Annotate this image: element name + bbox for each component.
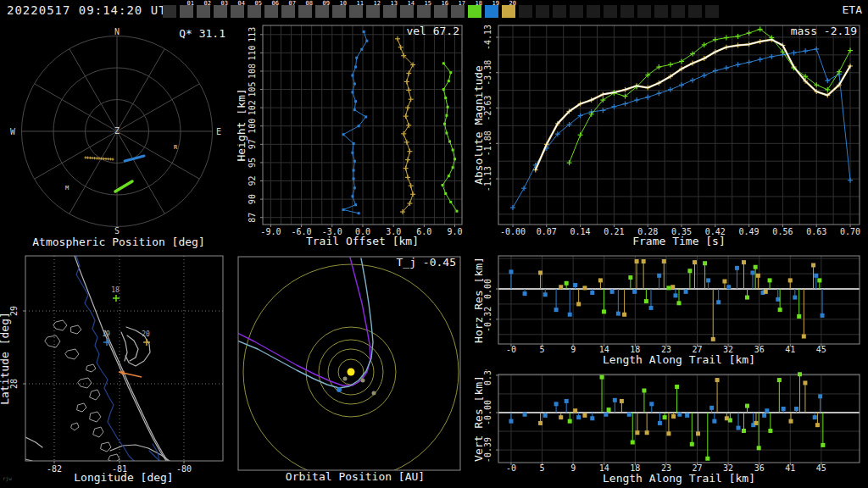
square-marker bbox=[671, 414, 676, 419]
frame-number: 18 bbox=[476, 0, 482, 7]
frame-thumbnail bbox=[502, 5, 515, 18]
square-marker bbox=[342, 208, 345, 211]
frame-cell-06[interactable]: 06 bbox=[264, 0, 281, 20]
series-blue bbox=[343, 31, 367, 213]
frame-thumbnail bbox=[587, 5, 600, 18]
frame-cell[interactable] bbox=[603, 0, 620, 20]
frame-cell-11[interactable]: 11 bbox=[348, 0, 365, 20]
x-tick-label: 0.14 bbox=[570, 227, 591, 236]
lake-outline bbox=[65, 349, 79, 359]
frame-cell-20[interactable]: 20 bbox=[501, 0, 518, 20]
frame-cell[interactable] bbox=[162, 0, 179, 20]
square-marker bbox=[756, 274, 760, 278]
square-marker bbox=[351, 152, 353, 154]
frame-thumbnail bbox=[570, 5, 583, 18]
planet-dot bbox=[343, 377, 348, 381]
frame-cell-14[interactable]: 14 bbox=[399, 0, 416, 20]
frame-cell-18[interactable]: 18 bbox=[467, 0, 484, 20]
x-tick-label: 45 bbox=[816, 345, 826, 354]
frame-cell-07[interactable]: 07 bbox=[281, 0, 298, 20]
polar-spoke bbox=[35, 84, 117, 131]
square-marker bbox=[666, 431, 670, 435]
square-marker bbox=[811, 263, 815, 267]
zenith-label: Z bbox=[114, 126, 120, 136]
square-marker bbox=[565, 281, 569, 286]
frame-cell-15[interactable]: 15 bbox=[416, 0, 433, 20]
x-tick-label: 45 bbox=[816, 463, 826, 473]
square-marker bbox=[442, 62, 445, 64]
frame-number: 13 bbox=[391, 0, 398, 7]
series-green bbox=[570, 30, 850, 164]
frame-thumbnail bbox=[248, 5, 261, 18]
square-marker bbox=[448, 80, 450, 82]
coastline bbox=[121, 332, 127, 361]
frame-cell-19[interactable]: 19 bbox=[484, 0, 501, 20]
frame-cell[interactable] bbox=[687, 0, 704, 20]
frame-cell-02[interactable]: 02 bbox=[196, 0, 213, 20]
frame-cell-08[interactable]: 08 bbox=[298, 0, 314, 20]
square-marker bbox=[452, 148, 454, 151]
panel-title: Orbital Position [AU] bbox=[286, 470, 425, 483]
square-marker bbox=[706, 278, 710, 282]
frame-cell[interactable] bbox=[518, 0, 535, 20]
frame-thumbnail bbox=[637, 5, 651, 18]
frame-number: 01 bbox=[187, 0, 194, 7]
frame-cell[interactable] bbox=[535, 0, 552, 20]
square-marker bbox=[363, 30, 365, 33]
lake-outline bbox=[53, 320, 67, 330]
frame-cell[interactable] bbox=[670, 0, 687, 20]
frame-cell-05[interactable]: 05 bbox=[247, 0, 264, 20]
square-marker bbox=[351, 74, 353, 76]
frame-cell[interactable] bbox=[620, 0, 637, 20]
frame-cell-10[interactable]: 10 bbox=[331, 0, 348, 20]
lake-outline bbox=[90, 390, 100, 400]
frame-cell-09[interactable]: 09 bbox=[314, 0, 331, 20]
cardinal-S: S bbox=[114, 226, 120, 236]
frame-thumbnail bbox=[553, 5, 566, 18]
square-marker bbox=[684, 290, 688, 294]
square-marker bbox=[722, 280, 726, 284]
frame-number: 12 bbox=[374, 0, 381, 7]
square-marker bbox=[750, 270, 754, 274]
frame-cell-01[interactable]: 01 bbox=[179, 0, 196, 20]
frame-cell-04[interactable]: 04 bbox=[230, 0, 247, 20]
coastline bbox=[2, 454, 32, 461]
horizontal-residuals-panel: -05914182327323641450.00-0.32Length Alon… bbox=[475, 251, 868, 369]
square-marker bbox=[757, 446, 761, 450]
y-tick-label: 92 bbox=[248, 175, 257, 186]
x-tick-label: 9 bbox=[570, 345, 576, 354]
x-tick-label: 0.49 bbox=[739, 227, 760, 236]
square-marker bbox=[712, 419, 716, 424]
frame-cell[interactable] bbox=[654, 0, 670, 20]
y-tick-label: 113 bbox=[248, 27, 257, 42]
frame-cell-12[interactable]: 12 bbox=[365, 0, 382, 20]
x-tick-label: 0.56 bbox=[772, 227, 793, 236]
x-tick-label: -9.0 bbox=[260, 227, 281, 236]
frame-cell[interactable] bbox=[586, 0, 603, 20]
frame-cell-17[interactable]: 17 bbox=[450, 0, 467, 20]
square-marker bbox=[509, 419, 513, 424]
x-tick-label: 5 bbox=[540, 463, 545, 473]
frame-cell[interactable] bbox=[552, 0, 569, 20]
panel-title: Atmospheric Position [deg] bbox=[32, 236, 205, 248]
frame-cell-13[interactable]: 13 bbox=[382, 0, 399, 20]
polar-spoke bbox=[70, 131, 117, 214]
frame-number: 14 bbox=[408, 0, 415, 7]
frame-cell[interactable] bbox=[637, 0, 654, 20]
frame-cell-16[interactable]: 16 bbox=[433, 0, 450, 20]
frame-number: 03 bbox=[221, 0, 228, 7]
frame-number: 08 bbox=[306, 0, 313, 7]
y-tick-label: 110 bbox=[248, 45, 257, 60]
frame-thumbnail bbox=[688, 5, 702, 18]
frame-cell[interactable] bbox=[569, 0, 586, 20]
frame-thumbnail bbox=[654, 5, 668, 18]
square-marker bbox=[559, 285, 563, 289]
frame-cell-03[interactable]: 03 bbox=[213, 0, 230, 20]
square-marker bbox=[635, 430, 639, 435]
square-marker bbox=[728, 419, 732, 423]
square-marker bbox=[607, 408, 611, 412]
frame-thumbnail bbox=[485, 5, 498, 18]
orbital-position-panel: T_j -0.45Orbital Position [AU] bbox=[237, 251, 475, 488]
frame-cell[interactable] bbox=[704, 0, 721, 20]
square-marker bbox=[764, 290, 768, 294]
